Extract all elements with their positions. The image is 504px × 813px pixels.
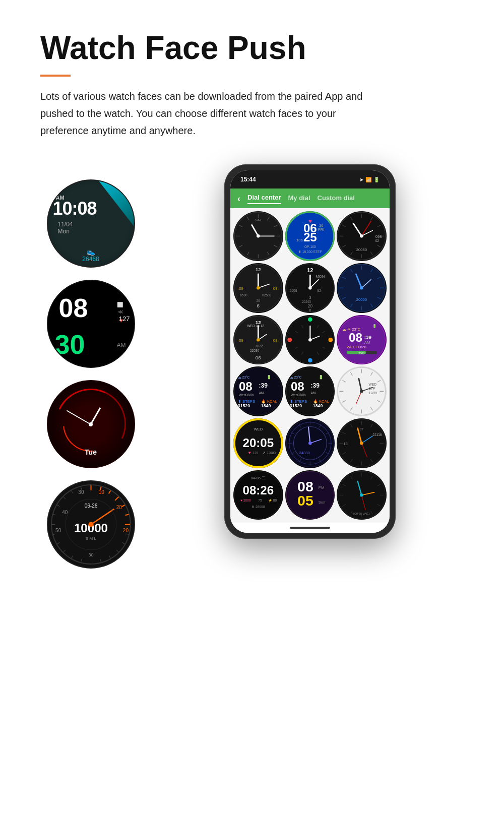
svg-point-100 [308,286,312,290]
svg-line-11 [109,556,110,558]
svg-text:6: 6 [309,308,311,313]
svg-point-277 [360,493,363,497]
svg-text:30: 30 [78,490,84,495]
svg-text:2000: 2000 [359,352,365,355]
svg-text:04-06 二: 04-06 二 [250,475,266,480]
svg-text:31520: 31520 [238,404,250,409]
grid-watch-12[interactable]: WED 27F 12/29 [337,366,387,416]
wf2-hour: 08 [59,295,88,321]
svg-text:OP-100: OP-100 [304,245,316,249]
grid-watch-4[interactable]: 12 -09 03- 6 6500 02500 20 [233,263,283,313]
svg-text:08: 08 [297,478,313,494]
svg-text:129: 129 [253,451,258,455]
grid-watch-18[interactable]: 000-20-VAG1 [337,470,387,520]
svg-point-91 [257,286,260,290]
svg-line-3 [108,491,110,494]
svg-text:☁ 23°C: ☁ 23°C [238,376,250,380]
svg-text:03-: 03- [273,338,279,342]
description-text: Lots of various watch faces can be downl… [40,88,383,139]
svg-point-136 [308,317,312,322]
grid-watch-2[interactable]: ♥ 06 26 FRI 25 106 OP-100 ⬆ 10,000 STEP [285,211,335,261]
svg-text:AM: AM [310,391,316,395]
svg-text:1849: 1849 [261,404,271,409]
grid-watch-13[interactable]: WED 20:05 ♥ 129 ↗ 22080 [233,418,283,468]
watch-face-2: 08 ⬜≪ ♥ 127 30 AM [47,280,135,368]
svg-point-122 [360,286,363,290]
tab-my-dial[interactable]: My dial [288,194,310,204]
svg-line-12 [100,559,101,562]
svg-text::39: :39 [259,382,268,389]
svg-text:22118: 22118 [373,433,383,436]
svg-text:50: 50 [55,528,61,533]
svg-text:20080: 20080 [356,247,367,252]
svg-text:🔋: 🔋 [318,375,323,380]
svg-line-10 [116,550,118,552]
svg-text:02500: 02500 [262,293,272,297]
svg-text:MON: MON [316,274,325,279]
svg-line-4 [115,497,118,501]
phone-mockup: 15:44 ➤ 📶 🔋 ‹ Dial center My dial Custom… [224,164,396,539]
wf2-icons: ⬜≪ [117,302,123,315]
app-header: ‹ Dial center My dial Custom dial [230,189,390,208]
svg-text:AM: AM [364,340,370,345]
wf2-bpm: 127 [119,315,130,323]
grid-watch-9[interactable]: ☁ ☀ 23°C 🔋 08 :39 AM WED 03/28 2000 [337,315,387,365]
svg-line-8 [125,534,129,535]
svg-text::39: :39 [310,382,320,389]
svg-text:⬆ 10,000 STEP: ⬆ 10,000 STEP [298,251,322,254]
svg-text:1849: 1849 [312,404,323,409]
grid-watch-8[interactable] [285,315,335,365]
svg-text:SAT: SAT [255,218,262,222]
nav-back-button[interactable]: ‹ [237,194,240,204]
svg-text:12/29: 12/29 [369,391,377,395]
grid-watch-5[interactable]: 12 MON 2008 82 3 20245 20 6 [285,263,335,313]
grid-watch-17[interactable]: 08 PM 05 Sun [285,470,335,520]
svg-line-6 [125,515,129,516]
wf4-gauge-svg: 50 40 30 10 20 20 06-26 10000 S M L 30 [48,481,134,568]
svg-text:20:05: 20:05 [242,436,274,450]
grid-watch-15[interactable]: 07 13 22118 [337,418,387,468]
watch-faces-left: AM 10:08 11/04 Mon 👟 26468 08 ⬜≪ ♥ 127 3… [40,179,141,569]
svg-point-138 [308,358,312,362]
svg-text:08: 08 [239,380,253,394]
wf1-steps: 26468 [82,256,99,263]
grid-watch-1[interactable]: SAT [233,211,283,261]
svg-text:⬆ 28000: ⬆ 28000 [251,505,265,508]
svg-text:2022: 2022 [256,344,263,347]
tab-dial-center[interactable]: Dial center [247,194,281,204]
grid-watch-10[interactable]: ☁ 23°C 🔋 08 :39 AM Wed03/06 ⬆ STEPS 3152… [233,366,283,416]
svg-text:75: 75 [258,498,262,502]
grid-watch-6[interactable]: 20000 [337,263,387,313]
wf1-time: 10:08 [53,198,97,219]
svg-point-131 [257,338,260,342]
watch-face-grid: SAT [230,208,390,523]
svg-text:20: 20 [122,528,129,533]
grid-watch-14[interactable]: 24330 [285,418,335,468]
svg-text:31520: 31520 [289,404,302,409]
svg-text:82: 82 [317,289,321,292]
wifi-icon: 📶 [365,177,371,182]
grid-watch-3[interactable]: 098 02 20080 [337,211,387,261]
home-indicator [290,527,330,529]
svg-text:↗: ↗ [262,451,266,455]
svg-text:12: 12 [256,267,261,273]
phone-screen: 15:44 ➤ 📶 🔋 ‹ Dial center My dial Custom… [230,170,390,533]
svg-text:♥ 2000: ♥ 2000 [240,498,251,502]
svg-text:6: 6 [257,303,260,308]
svg-line-16 [63,550,65,552]
grid-watch-11[interactable]: ☁ 23°C 🔋 08 :39 AM Wed03/06 ⬆ STEPS 3152… [285,366,335,416]
svg-text:Sun: Sun [318,500,325,505]
svg-text:12: 12 [307,267,313,273]
svg-line-15 [71,556,73,558]
svg-point-35 [88,522,93,527]
svg-text:30: 30 [88,552,93,557]
grid-watch-7[interactable]: 12 WED 04:12 -09 03- 2022 22030 06 [233,315,283,365]
svg-line-21 [57,505,59,507]
status-bar: 15:44 ➤ 📶 🔋 [230,170,390,189]
location-icon: ➤ [359,177,363,182]
tab-custom-dial[interactable]: Custom dial [318,194,355,204]
wf2-am: AM [117,342,126,349]
svg-text:106: 106 [296,238,303,243]
grid-watch-16[interactable]: 04-06 二 08:26 ♥ 2000 75 ⚡ 80 ⬆ 28000 [233,470,283,520]
svg-point-137 [328,338,333,342]
